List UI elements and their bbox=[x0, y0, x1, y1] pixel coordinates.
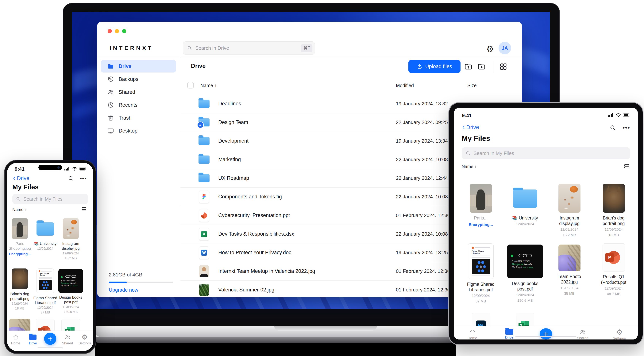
file-tile-figma-pdf[interactable]: Figma SharedLibraries Figma Shared Libra… bbox=[458, 243, 503, 304]
upload-files-button[interactable]: Upload files bbox=[408, 60, 460, 73]
file-name: Paris... bbox=[474, 215, 488, 221]
dynamic-island bbox=[38, 165, 62, 170]
search-input[interactable] bbox=[473, 150, 626, 157]
photo-thumbnail-leaves bbox=[199, 284, 209, 296]
recents-clock-icon bbox=[107, 102, 114, 108]
sidebar-item-desktop[interactable]: Desktop bbox=[101, 125, 176, 137]
sidebar-item-trash[interactable]: Trash bbox=[101, 112, 176, 124]
search-icon[interactable] bbox=[68, 176, 74, 181]
column-header-name[interactable]: Name ↑ bbox=[200, 83, 217, 88]
file-date: 12/09/2024 bbox=[472, 293, 490, 298]
tab-shared[interactable]: Shared bbox=[59, 333, 76, 351]
search-icon bbox=[187, 45, 192, 51]
drive-folder-icon bbox=[107, 63, 114, 70]
more-menu-button[interactable]: ••• bbox=[80, 175, 87, 182]
shared-people-icon bbox=[107, 89, 114, 96]
new-folder-button[interactable] bbox=[477, 62, 486, 71]
file-tile-design-books[interactable]: 5 Books Every Designer Needs To Read VOL… bbox=[58, 268, 84, 315]
tab-drive[interactable]: Drive bbox=[24, 333, 42, 351]
sort-control[interactable]: Name ↑ bbox=[12, 207, 27, 212]
search-icon bbox=[466, 151, 471, 156]
add-new-button[interactable] bbox=[528, 329, 564, 340]
tab-shared[interactable]: Shared bbox=[564, 329, 601, 340]
more-menu-button[interactable]: ••• bbox=[622, 124, 630, 131]
file-size: 18 MB bbox=[608, 233, 619, 237]
photo-thumbnail bbox=[603, 184, 625, 213]
drive-folder-icon bbox=[506, 329, 513, 335]
search-bar[interactable] bbox=[12, 194, 88, 204]
laptop-base-notch bbox=[274, 326, 377, 331]
file-name: Valencia-Summer-02.jpg bbox=[218, 287, 274, 293]
file-date: 12/09/2024 bbox=[516, 293, 534, 297]
search-icon[interactable] bbox=[610, 125, 616, 131]
plus-fab-icon[interactable] bbox=[540, 328, 552, 340]
sidebar: Drive Backups Shared Recents Trash bbox=[97, 57, 180, 297]
encrypting-status: Encrypting... bbox=[469, 222, 493, 227]
drive-search-bar[interactable]: ⌘F bbox=[183, 41, 315, 55]
tab-settings[interactable]: ⚙ Settings bbox=[601, 329, 638, 340]
home-icon bbox=[12, 334, 19, 341]
sidebar-item-backups[interactable]: Backups bbox=[101, 73, 176, 85]
phone-device: 9:41 Drive ••• My Files Name ↑ bbox=[4, 160, 96, 354]
column-header-modified[interactable]: Modified bbox=[396, 83, 414, 88]
user-avatar[interactable]: JA bbox=[498, 42, 511, 54]
tab-drive[interactable]: Drive bbox=[491, 329, 528, 340]
file-date: 12/09/2024 bbox=[605, 286, 623, 291]
sort-arrow-icon: ↑ bbox=[214, 83, 217, 88]
search-input[interactable] bbox=[23, 196, 84, 202]
tab-home[interactable]: Home bbox=[7, 333, 24, 351]
file-tile-figma-pdf[interactable]: Figma SharedLibraries Figma Shared Libra… bbox=[32, 268, 58, 315]
sort-control[interactable]: Name ↑ bbox=[462, 164, 477, 169]
zoom-window-button[interactable] bbox=[122, 29, 126, 33]
photo-thumbnail bbox=[470, 184, 492, 213]
sidebar-item-recents[interactable]: Recents bbox=[101, 99, 176, 111]
file-tile-instagram[interactable]: Instagram display.jpg 12/09/2024 16.2 MB bbox=[58, 218, 84, 260]
settings-gear-icon[interactable]: ⚙ bbox=[485, 43, 496, 55]
file-tile-paris[interactable]: Paris Shopping.jpg Encrypting... bbox=[7, 218, 32, 260]
list-view-toggle[interactable] bbox=[81, 206, 87, 213]
pdf-preview-thumbnail: Figma SharedLibraries bbox=[468, 243, 494, 279]
select-all-checkbox[interactable] bbox=[187, 82, 194, 88]
drive-search-input[interactable] bbox=[195, 45, 301, 51]
minimize-window-button[interactable] bbox=[115, 29, 119, 33]
add-new-button[interactable] bbox=[42, 333, 59, 351]
file-tile-instagram[interactable]: Instagram display.jpg 12/09/2024 16.2 MB bbox=[547, 184, 592, 237]
drive-folder-icon bbox=[29, 335, 36, 340]
tablet-screen: 9:41 Drive ••• My Files Name ↑ bbox=[454, 108, 638, 340]
tab-settings[interactable]: ⚙ Settings bbox=[76, 333, 93, 351]
file-tile-design-books[interactable]: 5 Books Every Designer Needs To Read VOL… bbox=[503, 243, 547, 304]
upload-folder-button[interactable] bbox=[464, 62, 473, 71]
back-button[interactable]: Drive bbox=[461, 124, 479, 130]
folder-icon bbox=[36, 222, 54, 236]
grid-view-button[interactable] bbox=[499, 62, 508, 71]
search-bar[interactable] bbox=[462, 147, 630, 159]
upgrade-now-link[interactable]: Upgrade now bbox=[109, 287, 174, 293]
file-grid-row: Paris... Encrypting... 📚 University 12/0… bbox=[458, 184, 636, 237]
file-tile-dog[interactable]: Brian's dog portrait.png 12/09/2024 18 M… bbox=[7, 268, 32, 315]
file-modified: 19 January 2024. 13:32 bbox=[396, 101, 448, 107]
file-modified: 01 February 2024. 12:30 bbox=[396, 287, 450, 293]
chevron-left-icon bbox=[12, 176, 17, 181]
file-name: Results Q1 (Product).ppt bbox=[594, 274, 634, 285]
storage-progress-bar bbox=[109, 282, 174, 283]
close-window-button[interactable] bbox=[108, 29, 112, 33]
folder-tile-university[interactable]: 📚 University 12/09/2024 bbox=[32, 218, 58, 260]
plus-fab-icon[interactable] bbox=[44, 333, 56, 345]
file-grid-row: Paris Shopping.jpg Encrypting... 📚 Unive… bbox=[7, 218, 84, 260]
tab-home[interactable]: Home bbox=[454, 329, 491, 340]
list-view-toggle[interactable] bbox=[624, 163, 630, 170]
file-tile-team-photo[interactable]: Team Photo 2022.jpg 12/09/2024 35 MB bbox=[547, 243, 592, 304]
file-tile-paris[interactable]: Paris... Encrypting... bbox=[458, 184, 503, 237]
file-name: Paris Shopping.jpg bbox=[8, 241, 32, 251]
file-tile-dog[interactable]: Brian's dog portrait.png 12/09/2024 18 M… bbox=[592, 184, 636, 237]
sidebar-item-shared[interactable]: Shared bbox=[101, 86, 176, 98]
column-header-size[interactable]: Size bbox=[467, 83, 477, 88]
back-button[interactable]: Drive bbox=[12, 175, 29, 181]
window-header: INTERNXT ⌘F ⚙ JA bbox=[97, 22, 522, 57]
file-size: 48.7 MB bbox=[607, 291, 620, 296]
sidebar-item-drive[interactable]: Drive bbox=[101, 60, 176, 73]
sidebar-item-label: Recents bbox=[119, 102, 138, 108]
file-tile-results-ppt[interactable]: P Results Q1 (Product).ppt 12/09/2024 48… bbox=[592, 243, 636, 304]
folder-tile-university[interactable]: 📚 University 12/09/2024 bbox=[503, 184, 547, 237]
file-modified: 22 January 2024. 10:08 bbox=[396, 157, 448, 163]
